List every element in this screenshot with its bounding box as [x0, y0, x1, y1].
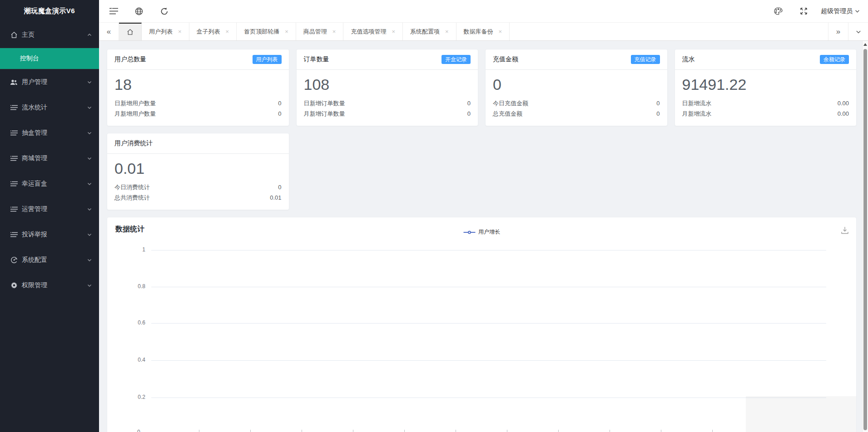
tab-db-backup[interactable]: 数据库备份 ×: [456, 23, 510, 40]
refresh-icon[interactable]: [160, 7, 169, 16]
tab-product-mgmt[interactable]: 商品管理 ×: [296, 23, 344, 40]
user-menu[interactable]: 超级管理员: [821, 7, 860, 15]
vertical-scrollbar[interactable]: [862, 41, 868, 432]
tabs-scroll-left-button[interactable]: «: [99, 23, 119, 40]
chevron-down-icon: [87, 258, 92, 262]
row-label: 日新增流水: [682, 98, 712, 108]
palette-icon[interactable]: [774, 7, 783, 16]
badge-user-list[interactable]: 用户列表: [253, 55, 282, 64]
row-value: 0: [467, 108, 471, 119]
chevron-up-icon: [87, 33, 92, 37]
list-icon: [10, 231, 18, 239]
scrollbar-thumb[interactable]: [863, 49, 867, 430]
row-value: 0.00: [838, 108, 849, 119]
dashboard-content: 用户总数量 用户列表 18 日新增用户数量0 月新增用户数量0 订单数量 开盒记…: [99, 41, 862, 432]
chevron-down-icon: [87, 207, 92, 211]
row-value: 0.01: [270, 192, 281, 203]
row-value: 0: [467, 98, 471, 108]
x-axis-tick: [507, 430, 507, 432]
close-icon[interactable]: ×: [392, 28, 395, 35]
tab-bar: « 用户列表 × 盒子列表 × 首页顶部轮播 × 商品管理 × 充值选项管理 ×…: [99, 22, 868, 41]
card-title: 用户总数量: [114, 55, 146, 64]
y-axis-zero-label-clipped: 0: [137, 429, 140, 432]
row-label: 今日充值金额: [493, 98, 528, 108]
tab-home-carousel[interactable]: 首页顶部轮播 ×: [237, 23, 296, 40]
card-title: 流水: [682, 55, 695, 64]
y-axis-tick-label: 1: [115, 246, 145, 253]
tab-system-config-items[interactable]: 系统配置项 ×: [403, 23, 456, 40]
close-icon[interactable]: ×: [226, 28, 229, 35]
sidebar-item-lucky-box[interactable]: 幸运盲盒: [0, 171, 99, 196]
stat-card-flow: 流水 余额记录 91491.22 日新增流水0.00 月新增流水0.00: [675, 49, 857, 126]
scrollbar-up-arrow-icon[interactable]: [863, 43, 867, 46]
gauge-icon: [10, 256, 18, 264]
sidebar-item-user-mgmt[interactable]: 用户管理: [0, 69, 99, 95]
data-statistics-panel: 数据统计 用户增长 1 0.8 0.6 0.4 0.2 0: [107, 217, 857, 432]
sidebar-item-label: 商城管理: [22, 154, 87, 162]
badge-open-box-records[interactable]: 开盒记录: [441, 55, 471, 64]
sidebar-item-permission-mgmt[interactable]: 权限管理: [0, 273, 99, 298]
sidebar-item-operation-mgmt[interactable]: 运营管理: [0, 196, 99, 222]
sidebar-item-console[interactable]: 控制台: [0, 48, 99, 69]
row-value: 0: [656, 108, 660, 119]
row-value: 0.00: [838, 98, 849, 108]
app-logo: 潮玩魔盒演示V6: [0, 0, 99, 22]
home-icon: [127, 29, 134, 35]
card-value: 18: [114, 74, 282, 94]
corner-overlay: [746, 396, 856, 432]
x-axis-tick: [404, 430, 405, 432]
x-axis-tick: [661, 430, 661, 432]
sidebar-item-complaints[interactable]: 投诉举报: [0, 222, 99, 247]
globe-icon[interactable]: [134, 7, 144, 16]
fullscreen-icon[interactable]: [799, 7, 808, 16]
sidebar-item-mall-mgmt[interactable]: 商城管理: [0, 146, 99, 171]
collapse-menu-icon[interactable]: [109, 7, 118, 16]
y-axis-tick-label: 0.2: [115, 394, 145, 400]
card-title: 用户消费统计: [114, 139, 153, 147]
row-value: 0: [278, 98, 281, 108]
list-icon: [10, 206, 18, 213]
stat-card-users: 用户总数量 用户列表 18 日新增用户数量0 月新增用户数量0: [107, 49, 289, 126]
sidebar-item-label: 系统配置: [22, 256, 87, 264]
tabs-dropdown-button[interactable]: [848, 23, 868, 40]
sidebar-item-label: 运营管理: [22, 205, 87, 213]
x-axis-tick: [250, 430, 251, 432]
x-axis-tick: [456, 430, 456, 432]
y-axis-tick-label: 0.6: [115, 319, 145, 326]
tab-recharge-options[interactable]: 充值选项管理 ×: [343, 23, 403, 40]
stat-card-recharge: 充值金额 充值记录 0 今日充值金额0 总充值金额0: [485, 49, 668, 126]
close-icon[interactable]: ×: [285, 28, 288, 35]
home-icon: [10, 31, 18, 39]
card-title: 充值金额: [493, 55, 518, 64]
sidebar-item-flow-stats[interactable]: 流水统计: [0, 95, 99, 120]
close-icon[interactable]: ×: [445, 28, 449, 35]
tab-user-list[interactable]: 用户列表 ×: [142, 23, 189, 40]
tabs-scroll-right-button[interactable]: »: [828, 23, 848, 40]
chevron-down-icon: [856, 29, 861, 34]
gridline: [151, 250, 826, 250]
sidebar-item-home[interactable]: 主页: [0, 22, 99, 48]
legend-user-growth[interactable]: 用户增长: [463, 228, 500, 236]
chart-title: 数据统计: [115, 225, 144, 234]
sidebar-item-label: 用户管理: [22, 78, 87, 86]
row-label: 日新增订单数量: [304, 98, 345, 108]
list-icon: [10, 104, 18, 112]
close-icon[interactable]: ×: [332, 28, 336, 35]
tab-label: 商品管理: [303, 28, 327, 36]
badge-balance-records[interactable]: 余额记录: [820, 55, 849, 64]
badge-recharge-records[interactable]: 充值记录: [631, 55, 660, 64]
row-label: 总充值金额: [493, 108, 522, 119]
close-icon[interactable]: ×: [499, 28, 502, 35]
save-as-image-icon[interactable]: [841, 226, 849, 235]
row-label: 月新增订单数量: [304, 108, 345, 119]
sidebar-item-box-mgmt[interactable]: 抽盒管理: [0, 120, 99, 146]
sidebar: 潮玩魔盒演示V6 主页 控制台 用户管理 流水统计 抽盒管理 商: [0, 0, 99, 432]
tab-box-list[interactable]: 盒子列表 ×: [189, 23, 237, 40]
list-icon: [10, 180, 18, 188]
sidebar-item-system-config[interactable]: 系统配置: [0, 247, 99, 273]
tab-home[interactable]: [119, 23, 142, 40]
home-submenu: 控制台: [0, 48, 99, 69]
chevron-down-icon: [87, 131, 92, 135]
chevron-down-icon: [87, 105, 92, 110]
close-icon[interactable]: ×: [178, 28, 182, 35]
